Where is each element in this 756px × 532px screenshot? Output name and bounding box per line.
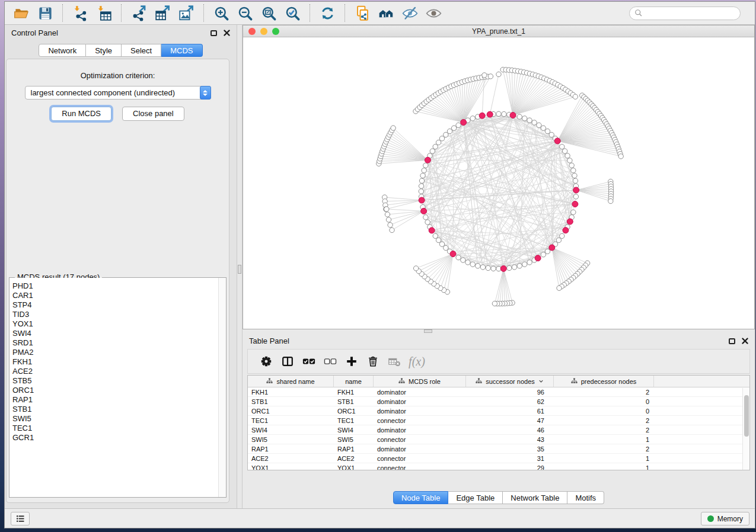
tab-select[interactable]: Select — [122, 44, 161, 57]
cell-name[interactable]: SWI4 — [334, 425, 374, 434]
cell-successor-nodes[interactable]: 31 — [466, 454, 554, 463]
tab-style[interactable]: Style — [86, 44, 122, 57]
close-table-panel-icon[interactable] — [742, 338, 748, 344]
table-row[interactable]: ACE2ACE2connector311 — [248, 454, 749, 463]
close-panel-icon[interactable] — [224, 30, 230, 36]
mcds-result-item[interactable]: ACE2 — [12, 367, 226, 376]
tab-network-table[interactable]: Network Table — [503, 491, 567, 504]
select-all-columns-button[interactable] — [298, 352, 320, 371]
splitter-handle[interactable] — [238, 265, 241, 274]
zoom-selected-button[interactable] — [280, 4, 304, 23]
cell-name[interactable]: TEC1 — [334, 416, 374, 425]
cell-MCDS-role[interactable]: dominator — [374, 397, 466, 406]
refresh-layout-button[interactable] — [315, 4, 339, 23]
mcds-result-item[interactable]: CAR1 — [12, 291, 226, 300]
vertical-splitter[interactable] — [237, 25, 243, 508]
table-row[interactable]: YOX1YOX1connector291 — [248, 463, 749, 470]
tab-network[interactable]: Network — [39, 44, 86, 57]
delete-column-button[interactable] — [362, 352, 384, 371]
create-column-button[interactable] — [341, 352, 362, 371]
optimization-criterion-select[interactable]: largest connected component (undirected) — [25, 86, 211, 100]
cell-shared-name[interactable]: SWI4 — [248, 425, 334, 434]
zoom-fit-button[interactable] — [257, 4, 280, 23]
mcds-list-scrollbar[interactable] — [218, 278, 226, 497]
cell-MCDS-role[interactable]: dominator — [374, 444, 466, 453]
network-canvas[interactable] — [243, 37, 754, 329]
table-scrollbar[interactable] — [742, 388, 749, 470]
mcds-result-item[interactable]: PHD1 — [12, 281, 226, 291]
column-header-predecessor-nodes[interactable]: predecessor nodes — [554, 376, 654, 387]
cell-MCDS-role[interactable]: connector — [374, 435, 466, 444]
cell-name[interactable]: ACE2 — [334, 454, 374, 463]
cell-successor-nodes[interactable]: 61 — [466, 406, 554, 415]
tab-edge-table[interactable]: Edge Table — [448, 491, 503, 504]
export-table-button[interactable] — [151, 4, 174, 23]
cell-shared-name[interactable]: ORC1 — [248, 406, 334, 415]
cell-MCDS-role[interactable]: connector — [374, 416, 466, 425]
window-maximize-light[interactable] — [272, 28, 279, 35]
window-close-light[interactable] — [248, 28, 256, 35]
cell-successor-nodes[interactable]: 43 — [466, 435, 554, 444]
cell-shared-name[interactable]: TEC1 — [248, 416, 334, 425]
cell-predecessor-nodes[interactable]: 0 — [554, 406, 654, 415]
cell-predecessor-nodes[interactable]: 1 — [554, 463, 654, 470]
cell-name[interactable]: YOX1 — [334, 463, 374, 470]
table-row[interactable]: FKH1FKH1dominator962 — [248, 387, 749, 397]
cell-shared-name[interactable]: SWI5 — [248, 435, 334, 444]
open-session-button[interactable] — [9, 4, 33, 23]
mcds-result-item[interactable]: SRD1 — [12, 338, 226, 348]
mcds-result-item[interactable]: GCR1 — [12, 433, 226, 443]
import-network-button[interactable] — [68, 4, 92, 23]
mcds-result-item[interactable]: RAP1 — [12, 395, 226, 405]
deselect-all-columns-button[interactable] — [320, 352, 341, 371]
cell-shared-name[interactable]: FKH1 — [248, 387, 334, 396]
window-minimize-light[interactable] — [260, 28, 267, 35]
cell-predecessor-nodes[interactable]: 0 — [554, 397, 654, 406]
cell-successor-nodes[interactable]: 62 — [466, 397, 554, 406]
cell-name[interactable]: ORC1 — [334, 406, 374, 415]
run-mcds-button[interactable]: Run MCDS — [51, 107, 111, 121]
first-neighbors-button[interactable] — [374, 4, 398, 23]
cell-predecessor-nodes[interactable]: 2 — [554, 425, 654, 434]
column-header-successor-nodes[interactable]: successor nodes — [466, 376, 554, 387]
zoom-out-button[interactable] — [233, 4, 257, 23]
mcds-result-item[interactable]: STB5 — [12, 376, 226, 386]
tab-node-table[interactable]: Node Table — [393, 491, 449, 504]
mcds-result-item[interactable]: FKH1 — [12, 357, 226, 367]
search-input[interactable] — [643, 9, 740, 17]
cell-predecessor-nodes[interactable]: 2 — [554, 387, 654, 396]
cell-MCDS-role[interactable]: dominator — [374, 387, 466, 396]
cell-predecessor-nodes[interactable]: 2 — [554, 444, 654, 453]
cell-successor-nodes[interactable]: 46 — [466, 425, 554, 434]
cell-successor-nodes[interactable]: 35 — [466, 444, 554, 453]
column-header-shared-name[interactable]: shared name — [248, 376, 334, 387]
table-row[interactable]: SWI4SWI4dominator462 — [248, 425, 749, 435]
mcds-result-item[interactable]: STP4 — [12, 300, 226, 310]
cell-name[interactable]: RAP1 — [334, 444, 374, 453]
mcds-result-item[interactable]: TEC1 — [12, 424, 226, 433]
cell-name[interactable]: FKH1 — [334, 387, 374, 396]
mcds-result-item[interactable]: SWI4 — [12, 329, 226, 338]
export-image-button[interactable] — [174, 4, 198, 23]
tab-motifs[interactable]: Motifs — [567, 491, 604, 504]
table-row[interactable]: SWI5SWI5connector431 — [248, 435, 749, 444]
cell-MCDS-role[interactable]: dominator — [374, 425, 466, 434]
mcds-result-item[interactable]: TID3 — [12, 310, 226, 319]
search-box[interactable] — [629, 7, 741, 20]
cell-predecessor-nodes[interactable]: 1 — [554, 435, 654, 444]
cell-name[interactable]: STB1 — [334, 397, 374, 406]
table-row[interactable]: TEC1TEC1connector472 — [248, 416, 749, 425]
table-row[interactable]: STB1STB1dominator620 — [248, 397, 749, 406]
table-row[interactable]: ORC1ORC1dominator610 — [248, 406, 749, 416]
tab-mcds[interactable]: MCDS — [161, 44, 202, 57]
mcds-result-item[interactable]: ORC1 — [12, 386, 226, 395]
mcds-result-item[interactable]: STB1 — [12, 405, 226, 414]
cell-MCDS-role[interactable]: connector — [374, 454, 466, 463]
cell-successor-nodes[interactable]: 96 — [466, 387, 554, 396]
task-history-button[interactable] — [11, 512, 30, 525]
cell-shared-name[interactable]: YOX1 — [248, 463, 334, 470]
column-header-name[interactable]: name — [334, 376, 374, 387]
cell-MCDS-role[interactable]: dominator — [374, 406, 466, 415]
mcds-result-item[interactable]: SWI5 — [12, 414, 226, 424]
float-table-panel-icon[interactable] — [729, 338, 735, 344]
